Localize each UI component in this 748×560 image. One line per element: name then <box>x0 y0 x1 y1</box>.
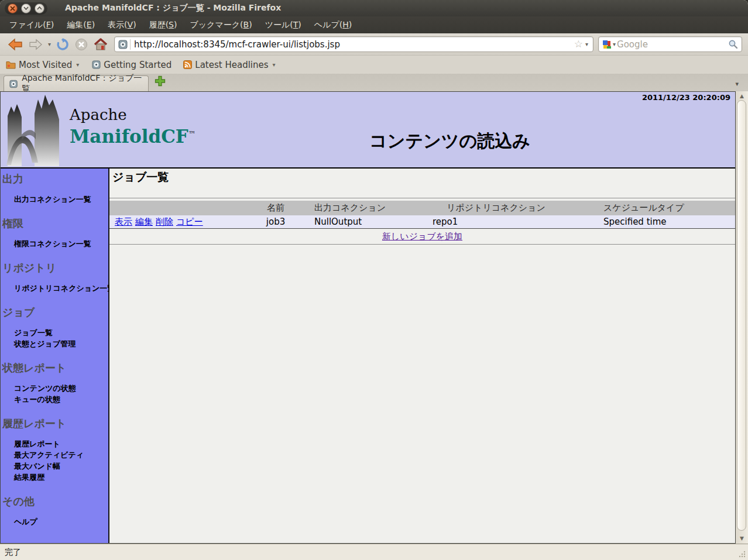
sidebar-item-max-bandwidth[interactable]: 最大バンド幅 <box>14 462 108 471</box>
menu-label-part: ) <box>349 20 352 29</box>
menu-history[interactable]: 履歴(S) <box>143 18 183 33</box>
minimize-window-icon[interactable] <box>21 4 31 13</box>
stop-button[interactable] <box>73 36 90 53</box>
menu-accel: V <box>128 20 133 29</box>
stop-icon <box>75 38 88 51</box>
back-button[interactable] <box>6 36 25 53</box>
job-output-connection-cell: NullOutput <box>311 217 426 227</box>
manifoldcf-bridge-logo <box>4 94 66 166</box>
sidebar-section-authority: 権限 権限コネクション一覧 <box>2 217 108 249</box>
sidebar-item-max-activity[interactable]: 最大アクティビティ <box>14 451 108 460</box>
forward-arrow-icon <box>29 39 43 50</box>
scroll-down-icon[interactable]: ▼ <box>736 535 748 541</box>
page-timestamp: 2011/12/23 20:20:09 <box>642 93 730 102</box>
menu-bookmarks[interactable]: ブックマーク(B) <box>184 18 258 33</box>
menu-label-part: ファイル( <box>9 20 46 29</box>
menu-label-part: ) <box>249 20 252 29</box>
sidebar-section-jobs: ジョブ ジョブ一覧 状態とジョブ管理 <box>2 305 108 349</box>
vertical-scrollbar[interactable]: ▲ ▼ <box>736 91 748 544</box>
manifoldcf-banner: Apache ManifoldCF™ 2011/12/23 20:20:09 コ… <box>1 92 735 169</box>
navigation-toolbar: ▾ ☆ <box>0 33 748 56</box>
copy-job-link[interactable]: コピー <box>176 217 203 227</box>
back-history-dropdown-icon[interactable]: ▾ <box>47 41 52 47</box>
status-text: 完了 <box>5 547 21 558</box>
brand-apache: Apache <box>70 106 195 123</box>
menu-edit[interactable]: 編集(E) <box>61 18 101 33</box>
sidebar-section-title: 履歴レポート <box>2 417 108 431</box>
home-button[interactable] <box>92 36 109 53</box>
sidebar-item-simple-history[interactable]: 履歴レポート <box>14 439 108 449</box>
menu-tools[interactable]: ツール(T) <box>259 18 307 33</box>
col-name-header: 名前 <box>241 202 311 214</box>
titlebar[interactable]: Apache ManifoldCF : ジョブ一覧 - Mozilla Fire… <box>0 0 748 16</box>
search-engine-dropdown-icon[interactable]: ▾ <box>612 41 617 47</box>
menu-label-part: 表示( <box>108 20 127 29</box>
tab-favicon <box>9 80 18 88</box>
bookmark-star-icon[interactable]: ☆ <box>573 39 584 49</box>
bookmark-label: Latest Headlines <box>195 60 268 70</box>
new-tab-button[interactable] <box>155 75 166 89</box>
sidebar-item-queue-status[interactable]: キューの状態 <box>14 395 108 404</box>
sidebar-item-job-list[interactable]: ジョブ一覧 <box>14 328 108 338</box>
menu-accel: F <box>46 20 51 29</box>
sidebar-section-title: その他 <box>2 494 108 509</box>
status-bar: 完了 <box>0 544 748 560</box>
sidebar-section-title: 出力 <box>2 172 108 186</box>
list-all-tabs-icon[interactable]: ▾ <box>735 80 739 88</box>
tab-manifoldcf[interactable]: Apache ManifoldCF：ジョブ一覧 <box>4 75 149 91</box>
sidebar-item-document-status[interactable]: コンテンツの状態 <box>14 384 108 393</box>
urlbar-dropdown-icon[interactable]: ▾ <box>584 41 589 47</box>
sidebar-item-result-history[interactable]: 結果履歴 <box>14 473 108 482</box>
bookmark-latest-headlines[interactable]: Latest Headlines ▾ <box>183 60 276 70</box>
sidebar-item-job-status[interactable]: 状態とジョブ管理 <box>14 339 108 349</box>
main-area: ジョブ一覧 名前 出力コネクション リポジトリコネクション スケジュールタイプ … <box>109 169 735 543</box>
jobs-table-header-row: 名前 出力コネクション リポジトリコネクション スケジュールタイプ <box>109 201 735 215</box>
maximize-window-icon[interactable] <box>35 4 44 13</box>
bookmark-getting-started[interactable]: Getting Started <box>92 60 171 70</box>
url-input[interactable] <box>134 39 573 50</box>
site-favicon <box>118 40 128 49</box>
folder-icon <box>6 61 16 69</box>
menu-label-part: 履歴( <box>149 20 169 29</box>
back-arrow-icon <box>8 38 23 51</box>
search-box[interactable]: ▾ <box>598 36 742 52</box>
menu-label-part: ) <box>92 20 95 29</box>
sidebar-section-title: リポジトリ <box>2 261 108 275</box>
sidebar-section-repository: リポジトリ リポジトリコネクション一覧 <box>2 261 108 293</box>
url-bar[interactable]: ☆ ▾ <box>114 36 593 52</box>
sidebar-item-repository-connections[interactable]: リポジトリコネクション一覧 <box>14 284 108 293</box>
menu-label-part: ) <box>133 20 136 29</box>
edit-job-link[interactable]: 編集 <box>135 217 153 227</box>
col-output-connection-header: 出力コネクション <box>311 202 426 214</box>
menu-help[interactable]: ヘルプ(H) <box>308 18 358 33</box>
job-row: 表示編集削除コピー job3 NullOutput repo1 Specifie… <box>109 215 735 229</box>
search-input[interactable] <box>617 39 728 50</box>
add-job-row: 新しいジョブを追加 <box>109 229 735 245</box>
search-magnifier-icon[interactable] <box>728 39 738 49</box>
page-body: 出力 出力コネクション一覧 権限 権限コネクション一覧 リポジトリ リポジトリコ… <box>1 169 735 543</box>
delete-job-link[interactable]: 削除 <box>156 217 173 227</box>
add-new-job-link[interactable]: 新しいジョブを追加 <box>382 231 462 242</box>
menu-file[interactable]: ファイル(F) <box>4 18 60 33</box>
job-repository-connection-cell: repo1 <box>426 217 601 227</box>
bookmark-most-visited[interactable]: Most Visited ▾ <box>6 60 80 70</box>
home-icon <box>94 38 108 51</box>
resize-grip-icon[interactable] <box>738 550 746 558</box>
job-list-heading: ジョブ一覧 <box>109 170 735 185</box>
urlbar-divider <box>130 39 131 50</box>
scrollbar-thumb[interactable] <box>737 100 746 531</box>
close-window-icon[interactable] <box>8 4 18 13</box>
view-job-link[interactable]: 表示 <box>115 217 132 227</box>
scroll-up-icon[interactable]: ▲ <box>736 93 748 99</box>
menu-label-part: 編集( <box>67 20 86 29</box>
reload-button[interactable] <box>54 36 71 53</box>
sidebar-item-help[interactable]: ヘルプ <box>14 517 108 527</box>
sidebar-item-output-connections[interactable]: 出力コネクション一覧 <box>14 195 108 204</box>
page-content: Apache ManifoldCF™ 2011/12/23 20:20:09 コ… <box>0 91 736 544</box>
menu-view[interactable]: 表示(V) <box>102 18 142 33</box>
page-icon <box>92 60 101 69</box>
bookmark-label: Getting Started <box>104 60 171 70</box>
forward-button[interactable] <box>27 36 44 53</box>
sidebar-item-authority-connections[interactable]: 権限コネクション一覧 <box>14 239 108 249</box>
menu-accel: H <box>342 20 349 29</box>
